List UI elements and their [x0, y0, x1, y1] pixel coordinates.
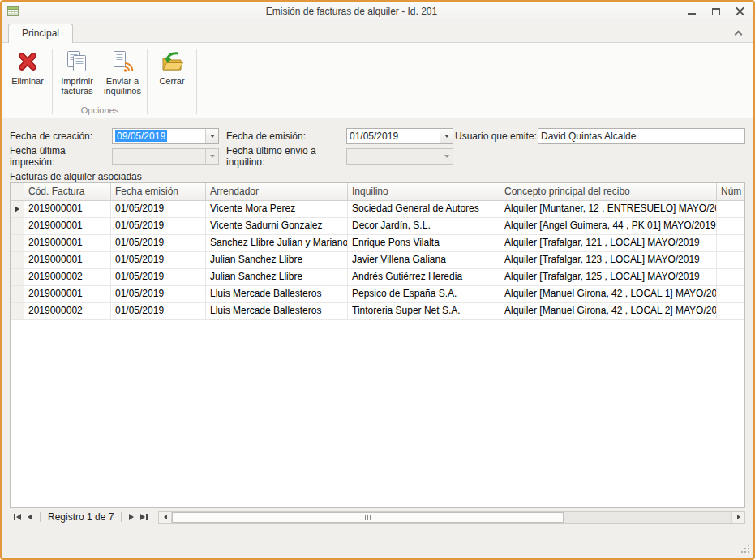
cell[interactable]: 01/05/2019 — [111, 201, 206, 217]
table-row[interactable]: 201900000201/05/2019Lluis Mercade Balles… — [11, 303, 744, 320]
ribbon-separator — [52, 49, 53, 114]
cell[interactable]: Lluis Mercade Ballesteros — [206, 286, 348, 302]
cell[interactable] — [717, 252, 744, 268]
cell[interactable] — [717, 303, 744, 319]
fecha-creacion-combo[interactable]: 09/05/2019 — [112, 128, 219, 144]
minimize-button[interactable] — [684, 5, 700, 18]
cell[interactable]: Sociedad General de Autores — [348, 201, 500, 217]
cell[interactable]: Alquiler [Trafalgar, 125 , LOCAL] MAYO/2… — [500, 269, 717, 285]
column-header[interactable]: Cód. Factura — [24, 183, 111, 200]
chevron-down-icon — [210, 135, 215, 138]
cell[interactable]: Alquiler [Angel Guimera, 44 , PK 01] MAY… — [500, 218, 717, 234]
cell[interactable]: Andrés Gutiérrez Heredia — [348, 269, 500, 285]
fecha-ultimo-envio-dropdown-button[interactable] — [440, 149, 453, 164]
table-row[interactable]: 201900000101/05/2019Vicente Mora PerezSo… — [11, 201, 744, 218]
row-indicator[interactable] — [11, 286, 24, 302]
cell[interactable]: Enrique Pons Vilalta — [348, 235, 500, 251]
horizontal-scrollbar[interactable] — [158, 511, 745, 524]
cell[interactable]: 01/05/2019 — [111, 252, 206, 268]
fecha-creacion-dropdown-button[interactable] — [205, 129, 218, 143]
cell[interactable]: 2019000001 — [24, 252, 111, 268]
cell[interactable]: Alquiler [Manuel Girona, 42 , LOCAL 1] M… — [500, 286, 717, 302]
first-record-button[interactable] — [10, 511, 24, 524]
usuario-emite-field[interactable]: David Quintas Alcalde — [538, 128, 745, 144]
cell[interactable]: 2019000001 — [24, 201, 111, 217]
fecha-emision-combo[interactable]: 01/05/2019 — [346, 128, 453, 144]
cell[interactable] — [717, 235, 744, 251]
cell[interactable]: Alquiler [Trafalgar, 121 , LOCAL] MAYO/2… — [500, 235, 717, 251]
current-row-indicator[interactable] — [11, 201, 24, 217]
column-header[interactable]: Fecha emisión — [111, 183, 206, 200]
maximize-button[interactable] — [708, 5, 724, 18]
row-indicator[interactable] — [11, 303, 24, 319]
fecha-emision-dropdown-button[interactable] — [440, 129, 453, 143]
table-row[interactable]: 201900000101/05/2019Sanchez Llibre Julia… — [11, 235, 744, 252]
cell[interactable]: 01/05/2019 — [111, 218, 206, 234]
send-broadcast-icon — [111, 49, 134, 74]
row-indicator[interactable] — [11, 235, 24, 251]
cell[interactable]: Vicente Sadurni Gonzalez — [206, 218, 348, 234]
cell[interactable]: 2019000001 — [24, 235, 111, 251]
cell[interactable]: Julian Sanchez Llibre — [206, 252, 348, 268]
table-row[interactable]: 201900000101/05/2019Vicente Sadurni Gonz… — [11, 218, 744, 235]
previous-record-button[interactable] — [24, 511, 36, 524]
table-row[interactable]: 201900000201/05/2019Julian Sanchez Llibr… — [11, 269, 744, 286]
close-button[interactable] — [732, 5, 749, 18]
cell[interactable] — [717, 286, 744, 302]
navigator-separator — [40, 512, 41, 522]
column-header[interactable]: Núm — [717, 183, 744, 200]
cell[interactable]: Pepsico de España S.A. — [348, 286, 500, 302]
column-header[interactable]: Inquilino — [348, 183, 500, 200]
row-indicator[interactable] — [11, 269, 24, 285]
table-row[interactable]: 201900000101/05/2019Lluis Mercade Balles… — [11, 286, 744, 303]
cell[interactable]: 01/05/2019 — [111, 269, 206, 285]
enviar-inquilinos-button[interactable]: Enviar a inquilinos — [100, 45, 145, 96]
cell[interactable]: 01/05/2019 — [111, 286, 206, 302]
next-record-button[interactable] — [126, 511, 137, 524]
column-header[interactable]: Concepto principal del recibo — [500, 183, 717, 200]
ribbon-group-eliminar: Eliminar — [5, 45, 50, 118]
cell[interactable]: 01/05/2019 — [111, 235, 206, 251]
cell[interactable]: Sanchez Llibre Julian y Mariano C... — [206, 235, 348, 251]
spreadsheet-icon — [6, 5, 19, 18]
right-triangle-icon — [737, 515, 740, 519]
cell[interactable]: Julian Sanchez Llibre — [206, 269, 348, 285]
eliminar-button[interactable]: Eliminar — [5, 45, 50, 86]
row-indicator[interactable] — [11, 218, 24, 234]
fecha-ultimo-envio-combo[interactable] — [346, 148, 453, 165]
cell[interactable]: Tintoreria Super Net S.A. — [348, 303, 500, 319]
last-record-button[interactable] — [137, 511, 152, 524]
cell[interactable]: Javier Villena Galiana — [348, 252, 500, 268]
tab-principal[interactable]: Principal — [8, 24, 73, 43]
cell[interactable]: Alquiler [Trafalgar, 123 , LOCAL] MAYO/2… — [500, 252, 717, 268]
scrollbar-thumb[interactable] — [172, 512, 564, 523]
resize-grip[interactable] — [740, 544, 751, 557]
cell[interactable]: 2019000001 — [24, 286, 111, 302]
cell[interactable]: Lluis Mercade Ballesteros — [206, 303, 348, 319]
cell[interactable]: Decor Jardín, S.L. — [348, 218, 500, 234]
exit-folder-icon — [160, 49, 184, 74]
collapse-ribbon-button[interactable] — [732, 28, 744, 39]
ribbon-separator — [196, 49, 197, 114]
cerrar-button[interactable]: Cerrar — [149, 45, 195, 86]
cell[interactable] — [717, 218, 744, 234]
cell[interactable]: 2019000002 — [24, 303, 111, 319]
imprimir-facturas-button[interactable]: Imprimir facturas — [54, 45, 100, 96]
cell[interactable] — [717, 201, 744, 217]
table-row[interactable]: 201900000101/05/2019Julian Sanchez Llibr… — [11, 252, 744, 269]
group-label-opciones: Opciones — [54, 105, 145, 118]
column-header[interactable]: Arrendador — [206, 183, 348, 200]
cell[interactable]: 01/05/2019 — [111, 303, 206, 319]
scroll-left-button[interactable] — [159, 512, 172, 523]
cell[interactable]: Alquiler [Manuel Girona, 42 , LOCAL 2] M… — [500, 303, 717, 319]
cell[interactable]: 2019000002 — [24, 269, 111, 285]
cell[interactable]: Alquiler [Muntaner, 12 , ENTRESUELO] MAY… — [500, 201, 717, 217]
cell[interactable]: 2019000001 — [24, 218, 111, 234]
fecha-ultima-impresion-combo[interactable] — [112, 148, 219, 165]
cell[interactable] — [717, 269, 744, 285]
row-indicator[interactable] — [11, 252, 24, 268]
cell[interactable]: Vicente Mora Perez — [206, 201, 348, 217]
fecha-ultima-impresion-dropdown-button[interactable] — [205, 149, 218, 164]
scroll-right-button[interactable] — [731, 512, 744, 523]
scrollbar-track[interactable] — [172, 512, 731, 523]
